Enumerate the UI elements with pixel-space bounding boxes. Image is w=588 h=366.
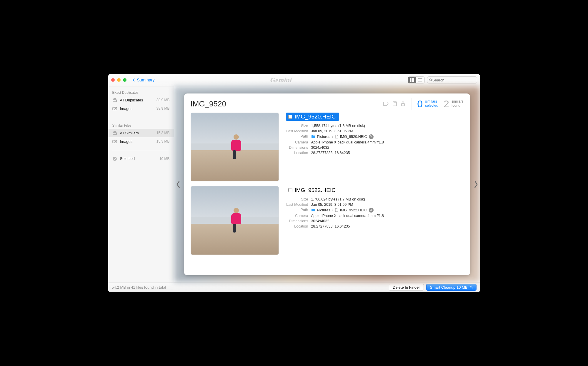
image-thumbnail[interactable] — [191, 186, 279, 255]
item-list[interactable]: IMG_9520.HEIC Size1,558,174 bytes (1.6 M… — [191, 111, 464, 272]
sidebar-item-label: All Similars — [120, 131, 139, 135]
app-logo: Gemini — [270, 76, 292, 84]
lock-icon — [469, 285, 473, 289]
svg-line-28 — [371, 137, 372, 138]
meta-label-modified: Last Modified — [286, 129, 311, 133]
sidebar-item-label: All Duplicates — [120, 98, 143, 102]
stack-icon — [112, 98, 117, 102]
sidebar-item-all-duplicates[interactable]: All Duplicates 38.9 MB — [108, 96, 174, 104]
svg-rect-7 — [418, 80, 422, 80]
zoom-window-button[interactable] — [123, 78, 126, 82]
count-label: similarsfound — [452, 100, 464, 108]
svg-point-13 — [114, 108, 115, 109]
back-to-summary-button[interactable]: Summary — [132, 78, 155, 82]
sidebar-item-selected[interactable]: Selected 10 MB — [108, 154, 174, 163]
sidebar-item-label: Images — [120, 106, 133, 111]
similar-item-row: IMG_9520.HEIC Size1,558,174 bytes (1.6 M… — [191, 111, 464, 184]
camera-icon — [112, 107, 117, 110]
count-label: similarsselected — [425, 100, 438, 108]
meta-value-dimensions: 3024x4032 — [311, 219, 329, 223]
back-label: Summary — [137, 78, 155, 82]
svg-rect-0 — [410, 78, 411, 80]
item-details: IMG_9522.HEIC Size1,706,624 bytes (1.7 M… — [286, 186, 464, 255]
metadata-table: Size1,558,174 bytes (1.6 MB on disk) Las… — [286, 123, 464, 156]
card-toolbar: 0 similarsselected 2 similarsfound — [383, 98, 463, 110]
search-icon — [429, 78, 432, 82]
meta-label-location: Location — [286, 224, 311, 228]
svg-rect-26 — [402, 103, 404, 106]
meta-label-dimensions: Dimensions — [286, 219, 311, 223]
metadata-table: Size1,706,624 bytes (1.7 MB on disk) Las… — [286, 197, 464, 229]
svg-rect-2 — [413, 78, 414, 80]
sidebar-section-header: Exact Duplicates — [108, 88, 174, 96]
svg-point-27 — [370, 136, 372, 137]
card-header: IMG_9520 0 similarsselected 2 — [191, 98, 464, 110]
smart-cleanup-button[interactable]: Smart Cleanup 10 MB — [426, 284, 477, 291]
folder-icon — [311, 135, 315, 138]
calculator-action-button[interactable] — [393, 101, 397, 106]
meta-label-camera: Camera — [286, 214, 311, 218]
meta-value-modified: Jan 05, 2019, 3:51:06 PM — [311, 129, 353, 133]
stack-icon — [112, 131, 117, 135]
filename-text: IMG_9522.HEIC — [295, 187, 336, 193]
svg-point-25 — [395, 105, 396, 105]
footer-actions: Delete In Finder Smart Cleanup 10 MB — [389, 284, 476, 291]
select-checkbox[interactable] — [288, 188, 292, 192]
lock-action-button[interactable] — [401, 101, 405, 106]
magnifier-icon — [370, 209, 372, 211]
svg-point-20 — [394, 104, 394, 104]
svg-rect-6 — [418, 78, 422, 79]
svg-rect-1 — [412, 78, 413, 80]
search-field[interactable] — [427, 76, 477, 83]
reveal-in-finder-button[interactable] — [369, 208, 374, 213]
search-input[interactable] — [432, 78, 475, 82]
svg-rect-19 — [394, 102, 396, 103]
sidebar-item-sim-images[interactable]: Images 15.3 MB — [108, 137, 174, 146]
svg-point-9 — [429, 79, 432, 81]
svg-point-23 — [394, 105, 394, 105]
reveal-in-finder-button[interactable] — [369, 134, 374, 139]
prev-group-button[interactable] — [174, 176, 182, 193]
next-group-button[interactable] — [472, 176, 480, 193]
filename-chip[interactable]: IMG_9522.HEIC — [286, 186, 339, 194]
card-title: IMG_9520 — [191, 99, 226, 108]
svg-line-30 — [371, 210, 372, 211]
sidebar-item-size: 10 MB — [159, 157, 170, 161]
chevron-left-icon — [176, 180, 180, 188]
file-icon — [335, 135, 338, 138]
sidebar-item-all-similars[interactable]: All Similars 15.3 MB — [108, 129, 174, 137]
meta-value-modified: Jan 05, 2019, 3:51:09 PM — [311, 203, 353, 207]
count-number: 2 — [444, 98, 449, 110]
grid-view-button[interactable] — [408, 77, 416, 83]
sidebar-item-dup-images[interactable]: Images 38.9 MB — [108, 104, 174, 113]
select-checkbox[interactable] — [288, 115, 292, 119]
counts: 0 similarsselected 2 similarsfound — [412, 98, 463, 110]
svg-rect-31 — [470, 287, 472, 289]
meta-value-size: 1,706,624 bytes (1.7 MB on disk) — [311, 197, 365, 201]
body: Exact Duplicates All Duplicates 38.9 MB … — [108, 86, 480, 282]
checkmark-circle-icon — [112, 156, 117, 161]
sidebar-item-size: 38.9 MB — [156, 98, 170, 102]
titlebar: Summary Gemini — [108, 74, 480, 86]
svg-rect-14 — [113, 133, 116, 135]
close-window-button[interactable] — [111, 78, 115, 82]
filename-chip[interactable]: IMG_9520.HEIC — [286, 113, 339, 121]
svg-point-16 — [114, 141, 115, 142]
list-view-button[interactable] — [416, 77, 424, 83]
minimize-window-button[interactable] — [117, 78, 121, 82]
footer: 54.2 MB in 41 files found in total Delet… — [108, 282, 480, 292]
image-thumbnail[interactable] — [191, 113, 279, 181]
tag-action-button[interactable] — [383, 102, 389, 106]
meta-value-dimensions: 3024x4032 — [311, 146, 329, 150]
delete-in-finder-button[interactable]: Delete In Finder — [389, 284, 424, 291]
camera-icon — [112, 140, 117, 143]
calculator-icon — [393, 101, 397, 106]
meta-label-path: Path — [286, 134, 311, 139]
svg-rect-4 — [412, 80, 413, 82]
sidebar-item-size: 38.9 MB — [156, 106, 170, 111]
folder-icon — [311, 208, 315, 212]
meta-value-size: 1,558,174 bytes (1.6 MB on disk) — [311, 124, 365, 128]
sidebar-section-header: Similar Files — [108, 121, 174, 129]
list-icon — [418, 78, 422, 82]
svg-point-21 — [394, 104, 395, 104]
